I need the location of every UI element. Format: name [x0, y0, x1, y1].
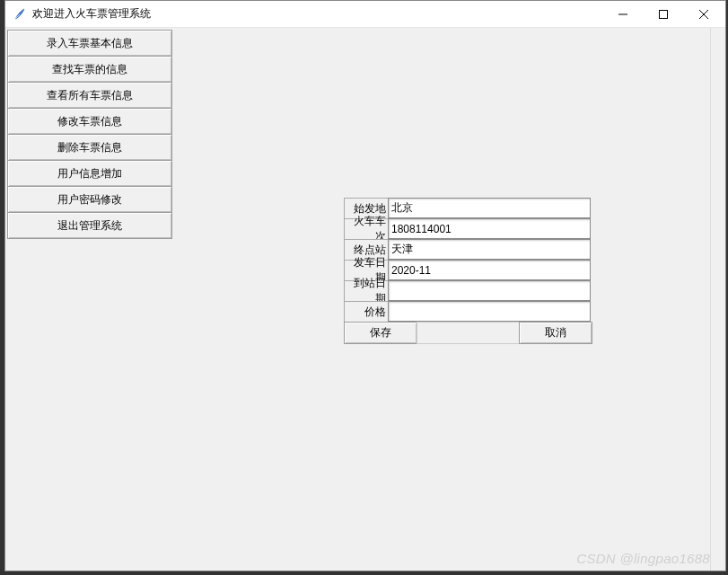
- sidebar-item-label: 用户信息增加: [57, 166, 122, 181]
- input-arrive-date[interactable]: [388, 280, 591, 301]
- form-row-train-number: 火车车次: [345, 219, 592, 240]
- app-window: 欢迎进入火车票管理系统 录入车票基本信息 查找车票的信息 查看所有车票信息 修改…: [4, 0, 726, 571]
- sidebar-item-label: 录入车票基本信息: [47, 36, 133, 51]
- save-button-label: 保存: [370, 325, 391, 341]
- input-destination[interactable]: [388, 239, 591, 260]
- button-spacer: [417, 322, 519, 344]
- sidebar-item-find-ticket[interactable]: 查找车票的信息: [7, 56, 172, 83]
- sidebar-item-delete-ticket[interactable]: 删除车票信息: [7, 134, 172, 161]
- sidebar-item-exit[interactable]: 退出管理系统: [7, 212, 172, 239]
- window-title: 欢迎进入火车票管理系统: [32, 6, 602, 22]
- input-depart-date[interactable]: [388, 260, 591, 280]
- ticket-form: 始发地 火车车次 终点站 发车日期 到站日期 价格: [345, 199, 592, 344]
- sidebar-item-label: 退出管理系统: [57, 218, 122, 234]
- cancel-button-label: 取消: [545, 325, 566, 341]
- input-origin[interactable]: [388, 198, 591, 218]
- sidebar-item-add-user[interactable]: 用户信息增加: [7, 160, 172, 187]
- input-price[interactable]: [388, 301, 591, 322]
- window-controls: [602, 2, 724, 27]
- label-arrive-date: 到站日期: [344, 280, 389, 302]
- sidebar-item-label: 查找车票的信息: [52, 62, 127, 77]
- form-button-row: 保存 取消: [344, 322, 592, 344]
- feather-icon: [13, 7, 27, 22]
- minimize-button[interactable]: [602, 2, 643, 27]
- maximize-button[interactable]: [643, 2, 683, 27]
- sidebar-item-modify-ticket[interactable]: 修改车票信息: [7, 108, 172, 135]
- sidebar-item-label: 查看所有车票信息: [47, 88, 133, 103]
- sidebar-item-label: 修改车票信息: [57, 114, 122, 129]
- label-train-number: 火车车次: [344, 218, 389, 240]
- cancel-button[interactable]: 取消: [519, 322, 592, 344]
- input-train-number[interactable]: [388, 218, 591, 239]
- form-row-price: 价格: [345, 302, 592, 323]
- close-button[interactable]: [683, 2, 724, 27]
- sidebar: 录入车票基本信息 查找车票的信息 查看所有车票信息 修改车票信息 删除车票信息 …: [7, 30, 172, 239]
- title-bar: 欢迎进入火车票管理系统: [5, 1, 725, 28]
- svg-rect-0: [659, 10, 667, 18]
- vertical-scrollbar[interactable]: [710, 28, 725, 571]
- save-button[interactable]: 保存: [344, 322, 417, 344]
- sidebar-item-view-all[interactable]: 查看所有车票信息: [7, 82, 172, 109]
- label-price: 价格: [344, 301, 389, 323]
- sidebar-item-label: 用户密码修改: [57, 192, 122, 208]
- sidebar-item-enter-ticket[interactable]: 录入车票基本信息: [7, 30, 172, 57]
- sidebar-item-label: 删除车票信息: [57, 140, 122, 155]
- form-row-arrive-date: 到站日期: [345, 281, 592, 302]
- sidebar-item-change-password[interactable]: 用户密码修改: [7, 186, 172, 213]
- watermark: CSDN @lingpao1688: [576, 551, 710, 566]
- client-area: 录入车票基本信息 查找车票的信息 查看所有车票信息 修改车票信息 删除车票信息 …: [5, 28, 725, 571]
